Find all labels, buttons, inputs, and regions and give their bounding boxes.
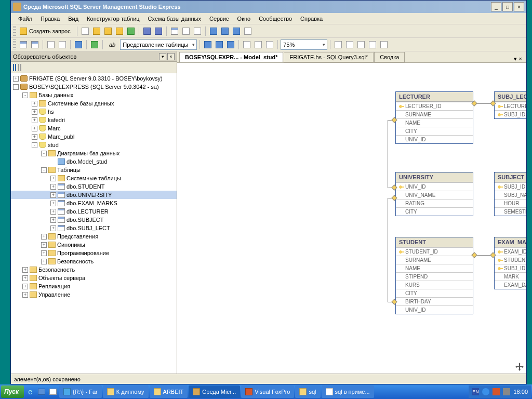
explorer-dropdown-button[interactable]: ▾ bbox=[159, 53, 166, 60]
menu-item[interactable]: Окно bbox=[233, 15, 255, 23]
table-header[interactable]: SUBJECT bbox=[495, 172, 526, 182]
tb-btn[interactable] bbox=[208, 26, 219, 36]
tree-node[interactable]: +dbo.SUBJECT bbox=[11, 216, 177, 224]
taskbar-task[interactable]: Visual FoxPro bbox=[241, 385, 294, 398]
collapse-icon[interactable]: - bbox=[22, 92, 28, 98]
view-mode-dropdown[interactable]: Представление таблицы bbox=[120, 39, 197, 50]
expand-icon[interactable]: + bbox=[50, 192, 56, 198]
expand-icon[interactable]: + bbox=[32, 126, 37, 131]
taskbar-task[interactable]: sql bbox=[295, 385, 320, 398]
taskbar-task[interactable]: К диплому bbox=[103, 385, 149, 398]
table-column[interactable]: NAME bbox=[396, 264, 473, 272]
save-button[interactable] bbox=[142, 26, 152, 36]
tb-btn[interactable] bbox=[367, 39, 378, 50]
tray-icon[interactable] bbox=[493, 388, 500, 395]
tray-icon[interactable] bbox=[482, 388, 489, 395]
tb-btn[interactable] bbox=[73, 39, 84, 50]
table-column[interactable]: STIPEND bbox=[396, 272, 473, 281]
expand-icon[interactable]: + bbox=[22, 275, 28, 281]
expand-icon[interactable]: + bbox=[50, 184, 56, 190]
tb-btn[interactable] bbox=[344, 39, 355, 50]
system-tray[interactable]: EN 18:00 bbox=[469, 385, 531, 398]
menu-item[interactable]: Сервис bbox=[205, 15, 233, 23]
tb-btn[interactable] bbox=[333, 39, 343, 50]
taskbar-task[interactable]: {R:\} - Far bbox=[59, 385, 102, 398]
expand-icon[interactable]: + bbox=[50, 201, 56, 206]
expand-icon[interactable]: + bbox=[32, 109, 37, 115]
table-column[interactable]: KURS bbox=[396, 281, 473, 289]
ql-icon[interactable] bbox=[48, 387, 58, 397]
titlebar[interactable]: Среда Microsoft SQL Server Management St… bbox=[11, 1, 526, 13]
tree-node[interactable]: +dbo.EXAM_MARKS bbox=[11, 199, 177, 207]
table-column[interactable]: CITY bbox=[396, 289, 473, 297]
tb-btn[interactable] bbox=[114, 26, 125, 36]
tb-btn[interactable] bbox=[18, 39, 29, 50]
tb-btn[interactable] bbox=[89, 39, 100, 50]
expand-icon[interactable]: + bbox=[22, 267, 28, 273]
tree-node[interactable]: +dbo.SUBJ_LECT bbox=[11, 224, 177, 232]
refresh-button[interactable] bbox=[18, 64, 19, 71]
tree-node[interactable]: +hs bbox=[11, 108, 177, 116]
table-column[interactable]: UNIV_NAME bbox=[396, 191, 473, 199]
disconnect-button[interactable] bbox=[15, 64, 16, 71]
expand-icon[interactable]: + bbox=[32, 134, 37, 140]
explorer-tree[interactable]: +FRIGATE (SQL Server 9.0.3310 - BOSEY\bo… bbox=[11, 73, 177, 374]
table-column[interactable]: HOUR bbox=[495, 199, 526, 207]
expand-icon[interactable]: + bbox=[13, 76, 19, 82]
tree-node[interactable]: +Системные базы данных bbox=[11, 99, 177, 108]
tb-btn[interactable] bbox=[203, 39, 213, 50]
diagram-canvas[interactable]: LECTURERLECTURER_IDSURNAMENAMECITYUNIV_I… bbox=[177, 63, 526, 374]
menu-item[interactable]: Вид bbox=[64, 15, 83, 23]
tb-btn[interactable] bbox=[242, 39, 252, 50]
tb-btn[interactable] bbox=[243, 26, 253, 36]
document-tab[interactable]: FRIGATE.hs - SQLQuery3.sql* bbox=[284, 52, 374, 62]
minimize-button[interactable]: _ bbox=[491, 2, 501, 11]
tree-node[interactable]: -Базы данных bbox=[11, 91, 177, 99]
tab-close-button[interactable]: × bbox=[519, 56, 522, 62]
tree-node[interactable]: +Безопасность bbox=[11, 257, 177, 265]
table-column[interactable]: UNIV_ID bbox=[396, 182, 473, 191]
tree-node[interactable]: -Таблицы bbox=[11, 166, 177, 174]
expand-icon[interactable]: + bbox=[41, 259, 47, 264]
expand-icon[interactable]: + bbox=[50, 209, 56, 215]
tree-node[interactable]: -BOSEY\SQLEXPRESS (SQL Server 9.0.3042 -… bbox=[11, 83, 177, 91]
ql-desktop-icon[interactable] bbox=[36, 387, 47, 397]
tree-node[interactable]: +kafedri bbox=[11, 116, 177, 124]
taskbar-task[interactable]: ARBEIT bbox=[150, 385, 188, 398]
tb-btn[interactable] bbox=[80, 26, 90, 36]
tree-node[interactable]: +Безопасность bbox=[11, 265, 177, 274]
connect-button[interactable] bbox=[13, 64, 14, 71]
tb-btn[interactable] bbox=[91, 26, 102, 36]
toolbar-grip[interactable] bbox=[13, 26, 16, 36]
table-header[interactable]: UNIVERSITY bbox=[396, 172, 473, 182]
collapse-icon[interactable]: - bbox=[41, 151, 47, 156]
maximize-button[interactable]: □ bbox=[502, 2, 513, 11]
tree-node[interactable]: +Программирование bbox=[11, 249, 177, 257]
tb-btn[interactable] bbox=[379, 39, 389, 50]
expand-icon[interactable]: + bbox=[50, 176, 56, 181]
menu-item[interactable]: Справка bbox=[296, 15, 327, 23]
tree-node[interactable]: +Marc bbox=[11, 124, 177, 132]
collapse-icon[interactable]: - bbox=[41, 167, 47, 173]
table-column[interactable]: SUBJ_ID bbox=[495, 182, 526, 191]
tb-btn[interactable] bbox=[356, 39, 366, 50]
tb-btn[interactable] bbox=[214, 39, 224, 50]
table-column[interactable]: SUBJ_ID bbox=[495, 110, 526, 118]
expand-icon[interactable]: + bbox=[41, 234, 47, 240]
table-column[interactable]: NAME bbox=[396, 118, 473, 127]
menu-item[interactable]: Схема базы данных bbox=[144, 15, 205, 23]
tb-btn[interactable] bbox=[57, 39, 68, 50]
tree-node[interactable]: +Синонимы bbox=[11, 241, 177, 249]
pan-icon[interactable] bbox=[515, 362, 524, 371]
table-column[interactable]: UNIV_ID bbox=[396, 135, 473, 143]
tree-node[interactable]: +Управление bbox=[11, 290, 177, 299]
tb-btn[interactable] bbox=[264, 39, 275, 50]
ql-ie-icon[interactable]: e bbox=[25, 387, 35, 397]
table-column[interactable]: EXAM_DATE bbox=[495, 281, 526, 289]
tb-btn[interactable] bbox=[225, 39, 236, 50]
tb-btn[interactable] bbox=[253, 39, 263, 50]
tb-btn[interactable] bbox=[46, 39, 56, 50]
tb-btn[interactable] bbox=[231, 26, 242, 36]
tb-btn[interactable]: ab bbox=[105, 39, 119, 50]
collapse-icon[interactable]: - bbox=[13, 84, 19, 90]
